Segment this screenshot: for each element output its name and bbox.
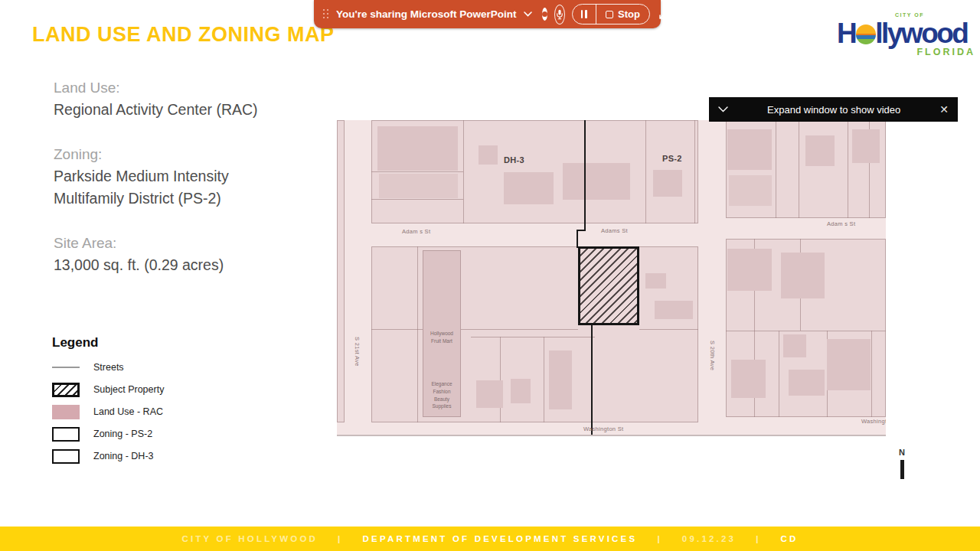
parcel-line bbox=[848, 120, 848, 218]
building bbox=[379, 174, 458, 198]
sharing-status-label: You're sharing Microsoft PowerPoint bbox=[336, 8, 517, 20]
page-title: LAND USE AND ZONING MAP bbox=[32, 23, 335, 47]
street-label-s21st-ave: S 21st Ave bbox=[354, 337, 361, 367]
legend-item-land-use-rac: Land Use - RAC bbox=[52, 404, 164, 419]
expand-video-banner: Expand window to show video ✕ bbox=[709, 97, 958, 122]
footer-department: DEPARTMENT OF DEVELOPMENT SERVICES bbox=[363, 534, 638, 543]
site-area-group: Site Area: 13,000 sq. ft. (0.29 acres) bbox=[54, 232, 322, 276]
parcel-line bbox=[371, 171, 463, 172]
zoning-boundary-line bbox=[584, 120, 586, 231]
building bbox=[653, 170, 682, 197]
logo-city-of-text: CITY OF bbox=[895, 12, 924, 18]
parcel-line bbox=[471, 337, 595, 337]
city-of-hollywood-logo: CITY OF H llywood FLORIDA bbox=[837, 10, 978, 59]
street-label-washington-right: Washington St bbox=[861, 418, 886, 425]
zone-label-dh3: DH-3 bbox=[504, 155, 524, 165]
building bbox=[852, 129, 880, 163]
north-label: N bbox=[894, 448, 910, 457]
street-label-washington-center: Washington St bbox=[583, 425, 623, 432]
parcel-line bbox=[776, 120, 776, 218]
zoning-label: Zoning: bbox=[54, 143, 322, 165]
recording-indicator-icon[interactable] bbox=[542, 8, 547, 21]
share-controls-pill: Stop bbox=[572, 4, 650, 24]
sun-and-waves-icon bbox=[856, 24, 876, 44]
site-area-value: 13,000 sq. ft. (0.29 acres) bbox=[54, 254, 322, 276]
building bbox=[781, 253, 825, 298]
legend-item-zoning-ps2: Zoning - PS-2 bbox=[52, 426, 164, 442]
city-block bbox=[337, 120, 345, 422]
footer-separator: | bbox=[657, 534, 662, 543]
building bbox=[377, 126, 458, 171]
building bbox=[511, 379, 531, 403]
zoning-map: DH-3 PS-2 Adam s St Adams St Adam s St S… bbox=[337, 120, 886, 436]
screen-share-toolbar: You're sharing Microsoft PowerPoint Stop bbox=[314, 0, 661, 28]
zone-label-ps2: PS-2 bbox=[662, 154, 682, 163]
place-label-elegance: Elegance Fashion Beauty Supplies bbox=[423, 380, 461, 410]
building bbox=[783, 334, 806, 357]
microphone-button[interactable] bbox=[554, 5, 565, 24]
street-label-adams-center: Adams St bbox=[601, 227, 628, 234]
parcel-line bbox=[544, 337, 544, 422]
street-label-adams-left: Adam s St bbox=[402, 228, 430, 235]
zoning-value: Parkside Medium Intensity Multifamily Di… bbox=[54, 165, 322, 210]
expand-toolbar-icon[interactable] bbox=[658, 8, 670, 20]
building bbox=[805, 135, 835, 166]
logo-word-end: llywood bbox=[875, 19, 967, 47]
north-arrow: N bbox=[894, 448, 910, 479]
street-label-s20th-ave: S 20th Ave bbox=[709, 341, 716, 370]
street-label-adams-right: Adam s St bbox=[827, 220, 855, 227]
subject-property-swatch bbox=[52, 383, 80, 397]
microphone-icon bbox=[555, 9, 564, 20]
building bbox=[729, 175, 772, 206]
parcel-line bbox=[799, 120, 799, 218]
parcel-line bbox=[639, 329, 698, 330]
land-use-label: Land Use: bbox=[54, 77, 322, 99]
parcel-line bbox=[371, 329, 578, 330]
parcel-line bbox=[463, 120, 464, 223]
drag-handle-icon[interactable] bbox=[323, 9, 329, 19]
logo-florida-text: FLORIDA bbox=[916, 47, 975, 57]
site-info-block: Land Use: Regional Activity Center (RAC)… bbox=[54, 77, 322, 298]
building bbox=[479, 145, 498, 165]
footer-initials: CD bbox=[781, 534, 799, 543]
zoning-boundary-line bbox=[577, 230, 578, 248]
zoning-dh3-swatch bbox=[52, 449, 80, 464]
building bbox=[476, 380, 503, 408]
building bbox=[731, 360, 766, 398]
chevron-down-icon[interactable] bbox=[524, 11, 532, 17]
parcel-line bbox=[694, 120, 695, 223]
legend-title: Legend bbox=[52, 335, 164, 350]
zoning-boundary-line bbox=[591, 324, 593, 436]
legend-item-subject-property: Subject Property bbox=[52, 382, 164, 397]
map-legend: Legend Streets Subject Property Land Use… bbox=[52, 335, 164, 471]
place-label-fruit-mart: Hollywood Fruit Mart bbox=[423, 330, 461, 345]
stop-sharing-button[interactable]: Stop bbox=[596, 8, 649, 20]
legend-item-streets: Streets bbox=[52, 360, 164, 375]
parcel-line bbox=[500, 337, 501, 422]
subject-property-parcel bbox=[578, 246, 639, 325]
logo-word-start: H bbox=[837, 19, 855, 47]
chevron-down-icon[interactable] bbox=[718, 106, 728, 112]
streets-swatch bbox=[52, 367, 80, 368]
parcel-line bbox=[371, 199, 463, 200]
parcel-line bbox=[779, 331, 779, 417]
land-use-group: Land Use: Regional Activity Center (RAC) bbox=[54, 77, 322, 121]
building bbox=[827, 339, 871, 390]
footer-separator: | bbox=[338, 534, 342, 543]
footer-bar: CITY OF HOLLYWOOD | DEPARTMENT OF DEVELO… bbox=[0, 527, 980, 551]
expand-video-text: Expand window to show video bbox=[728, 104, 939, 116]
parcel-line bbox=[417, 246, 418, 422]
land-use-rac-swatch bbox=[52, 405, 80, 419]
zoning-group: Zoning: Parkside Medium Intensity Multif… bbox=[54, 143, 322, 210]
pause-sharing-button[interactable] bbox=[573, 10, 596, 18]
screen: You're sharing Microsoft PowerPoint Stop… bbox=[0, 0, 980, 551]
footer-city: CITY OF HOLLYWOOD bbox=[181, 534, 318, 543]
site-area-label: Site Area: bbox=[54, 232, 322, 254]
zoning-ps2-swatch bbox=[52, 427, 80, 442]
land-use-value: Regional Activity Center (RAC) bbox=[54, 99, 322, 121]
north-arrow-bar bbox=[900, 460, 904, 479]
building bbox=[504, 172, 554, 204]
parcel-line bbox=[871, 331, 872, 417]
footer-date: 09.12.23 bbox=[682, 534, 736, 543]
close-icon[interactable]: ✕ bbox=[939, 103, 949, 116]
